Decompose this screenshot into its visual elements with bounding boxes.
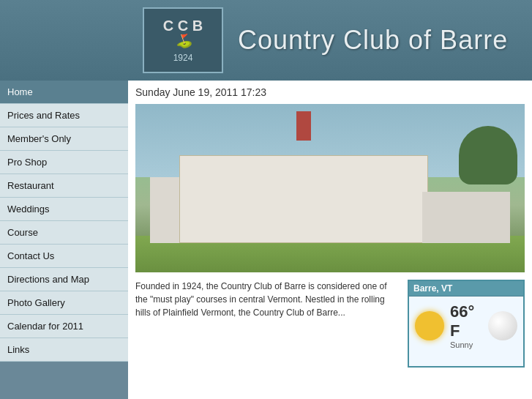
sidebar-item-home[interactable]: Home — [0, 81, 128, 104]
weather-condition: Sunny — [450, 340, 482, 349]
sidebar-nav: HomePrices and RatesMember's OnlyPro Sho… — [0, 81, 128, 399]
logo-year: 1924 — [173, 53, 193, 63]
sidebar-item-links[interactable]: Links — [0, 338, 128, 362]
clubhouse-image — [135, 104, 525, 272]
sidebar-item-weddings[interactable]: Weddings — [0, 198, 128, 221]
bottom-section: Founded in 1924, the Country Club of Bar… — [135, 280, 525, 368]
sidebar-item-pro-shop[interactable]: Pro Shop — [0, 151, 128, 174]
sidebar-item-restaurant[interactable]: Restaurant — [0, 174, 128, 198]
sidebar-item-prices-and-rates[interactable]: Prices and Rates — [0, 104, 128, 127]
golf-clubs-icon: ⛳ — [173, 31, 193, 52]
building-right-wing — [422, 192, 510, 243]
site-logo: C C B ⛳ 1924 — [143, 7, 223, 73]
main-content: Sunday June 19, 2011 17:23 Founded in 19… — [128, 81, 532, 399]
sidebar-item-calendar-for-2011[interactable]: Calendar for 2011 — [0, 315, 128, 338]
logo-initials: C C B — [163, 18, 203, 34]
sidebar-item-course[interactable]: Course — [0, 221, 128, 245]
sidebar-item-directions-and-map[interactable]: Directions and Map — [0, 268, 128, 291]
chimney — [296, 111, 311, 141]
weather-body: 66° F Sunny — [409, 297, 523, 355]
sidebar-item-photo-gallery[interactable]: Photo Gallery — [0, 291, 128, 315]
description-text: Founded in 1924, the Country Club of Bar… — [135, 280, 400, 368]
main-layout: HomePrices and RatesMember's OnlyPro Sho… — [0, 81, 532, 399]
temperature: 66° F — [450, 302, 482, 340]
site-title: Country Club of Barre — [238, 25, 508, 56]
sidebar-item-members-only[interactable]: Member's Only — [0, 127, 128, 151]
sun-icon — [415, 311, 444, 340]
building-main — [179, 155, 428, 243]
weather-info: 66° F Sunny — [450, 302, 482, 349]
golf-ball-icon — [488, 311, 517, 340]
weather-widget: Barre, VT 66° F Sunny — [408, 280, 525, 368]
site-header: C C B ⛳ 1924 Country Club of Barre — [0, 0, 532, 81]
weather-location: Barre, VT — [409, 281, 523, 297]
date-display: Sunday June 19, 2011 17:23 — [135, 86, 525, 98]
sidebar-item-contact-us[interactable]: Contact Us — [0, 245, 128, 268]
building-group — [150, 126, 510, 243]
